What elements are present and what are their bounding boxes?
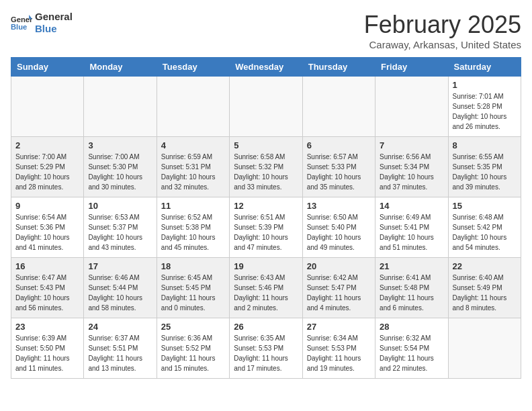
calendar-cell: 13Sunrise: 6:50 AM Sunset: 5:40 PM Dayli…: [302, 197, 375, 258]
day-number: 19: [234, 261, 298, 271]
day-number: 13: [307, 201, 371, 211]
month-title: February 2025: [364, 11, 521, 39]
calendar-cell: 27Sunrise: 6:34 AM Sunset: 5:53 PM Dayli…: [302, 318, 375, 379]
day-info: Sunrise: 6:48 AM Sunset: 5:42 PM Dayligh…: [453, 212, 517, 253]
day-number: 5: [234, 140, 298, 150]
calendar-cell: 25Sunrise: 6:36 AM Sunset: 5:52 PM Dayli…: [157, 318, 229, 379]
day-info: Sunrise: 6:50 AM Sunset: 5:40 PM Dayligh…: [307, 212, 371, 253]
calendar-cell: 28Sunrise: 6:32 AM Sunset: 5:54 PM Dayli…: [375, 318, 448, 379]
day-number: 16: [15, 261, 79, 271]
day-info: Sunrise: 7:00 AM Sunset: 5:30 PM Dayligh…: [88, 152, 152, 192]
calendar-cell: 11Sunrise: 6:52 AM Sunset: 5:38 PM Dayli…: [157, 197, 229, 258]
calendar-cell: 3Sunrise: 7:00 AM Sunset: 5:30 PM Daylig…: [84, 137, 157, 197]
calendar-header-row: SundayMondayTuesdayWednesdayThursdayFrid…: [11, 58, 521, 77]
weekday-header-monday: Monday: [84, 58, 157, 77]
logo: General Blue General Blue: [11, 11, 73, 35]
day-info: Sunrise: 6:35 AM Sunset: 5:53 PM Dayligh…: [234, 333, 298, 373]
day-number: 23: [15, 322, 79, 332]
calendar-cell: 23Sunrise: 6:39 AM Sunset: 5:50 PM Dayli…: [11, 318, 84, 379]
calendar-cell: [84, 77, 157, 137]
day-number: 4: [161, 140, 225, 150]
day-number: 12: [234, 201, 298, 211]
day-info: Sunrise: 6:47 AM Sunset: 5:43 PM Dayligh…: [15, 273, 79, 313]
svg-text:Blue: Blue: [11, 23, 27, 31]
day-number: 15: [453, 201, 517, 211]
day-info: Sunrise: 7:01 AM Sunset: 5:28 PM Dayligh…: [453, 91, 517, 132]
day-number: 6: [307, 140, 371, 150]
calendar-cell: [157, 77, 229, 137]
day-info: Sunrise: 6:54 AM Sunset: 5:36 PM Dayligh…: [15, 212, 79, 253]
weekday-header-saturday: Saturday: [448, 58, 521, 77]
calendar-table: SundayMondayTuesdayWednesdayThursdayFrid…: [11, 57, 521, 379]
calendar-cell: 6Sunrise: 6:57 AM Sunset: 5:33 PM Daylig…: [302, 137, 375, 197]
day-number: 18: [161, 261, 225, 271]
day-info: Sunrise: 6:46 AM Sunset: 5:44 PM Dayligh…: [88, 273, 152, 313]
day-number: 17: [88, 261, 152, 271]
day-info: Sunrise: 6:40 AM Sunset: 5:49 PM Dayligh…: [453, 273, 517, 313]
calendar-cell: 21Sunrise: 6:41 AM Sunset: 5:48 PM Dayli…: [375, 258, 448, 318]
weekday-header-wednesday: Wednesday: [230, 58, 302, 77]
day-info: Sunrise: 6:32 AM Sunset: 5:54 PM Dayligh…: [380, 333, 443, 373]
day-number: 11: [161, 201, 225, 211]
calendar-cell: 1Sunrise: 7:01 AM Sunset: 5:28 PM Daylig…: [448, 77, 521, 137]
day-number: 7: [380, 140, 443, 150]
calendar-cell: 24Sunrise: 6:37 AM Sunset: 5:51 PM Dayli…: [84, 318, 157, 379]
day-info: Sunrise: 6:55 AM Sunset: 5:35 PM Dayligh…: [453, 152, 517, 192]
calendar-week-2: 2Sunrise: 7:00 AM Sunset: 5:29 PM Daylig…: [11, 137, 521, 197]
calendar-week-5: 23Sunrise: 6:39 AM Sunset: 5:50 PM Dayli…: [11, 318, 521, 379]
day-info: Sunrise: 6:43 AM Sunset: 5:46 PM Dayligh…: [234, 273, 298, 313]
calendar-cell: 4Sunrise: 6:59 AM Sunset: 5:31 PM Daylig…: [157, 137, 229, 197]
calendar-cell: [230, 77, 302, 137]
day-info: Sunrise: 6:42 AM Sunset: 5:47 PM Dayligh…: [307, 273, 371, 313]
day-info: Sunrise: 6:56 AM Sunset: 5:34 PM Dayligh…: [380, 152, 443, 192]
weekday-header-tuesday: Tuesday: [157, 58, 229, 77]
calendar-cell: 19Sunrise: 6:43 AM Sunset: 5:46 PM Dayli…: [230, 258, 302, 318]
day-number: 9: [15, 201, 79, 211]
calendar-cell: 12Sunrise: 6:51 AM Sunset: 5:39 PM Dayli…: [230, 197, 302, 258]
calendar-cell: 10Sunrise: 6:53 AM Sunset: 5:37 PM Dayli…: [84, 197, 157, 258]
calendar-week-3: 9Sunrise: 6:54 AM Sunset: 5:36 PM Daylig…: [11, 197, 521, 258]
weekday-header-thursday: Thursday: [302, 58, 375, 77]
day-number: 3: [88, 140, 152, 150]
calendar-cell: 17Sunrise: 6:46 AM Sunset: 5:44 PM Dayli…: [84, 258, 157, 318]
day-info: Sunrise: 6:58 AM Sunset: 5:32 PM Dayligh…: [234, 152, 298, 192]
calendar-cell: 8Sunrise: 6:55 AM Sunset: 5:35 PM Daylig…: [448, 137, 521, 197]
day-number: 26: [234, 322, 298, 332]
calendar-cell: 2Sunrise: 7:00 AM Sunset: 5:29 PM Daylig…: [11, 137, 84, 197]
day-info: Sunrise: 6:59 AM Sunset: 5:31 PM Dayligh…: [161, 152, 225, 192]
location-subtitle: Caraway, Arkansas, United States: [364, 39, 521, 50]
day-info: Sunrise: 6:39 AM Sunset: 5:50 PM Dayligh…: [15, 333, 79, 373]
calendar-cell: 7Sunrise: 6:56 AM Sunset: 5:34 PM Daylig…: [375, 137, 448, 197]
day-info: Sunrise: 6:45 AM Sunset: 5:45 PM Dayligh…: [161, 273, 225, 313]
calendar-week-4: 16Sunrise: 6:47 AM Sunset: 5:43 PM Dayli…: [11, 258, 521, 318]
day-number: 2: [15, 140, 79, 150]
page-header: General Blue General Blue February 2025 …: [11, 11, 521, 50]
calendar-cell: 14Sunrise: 6:49 AM Sunset: 5:41 PM Dayli…: [375, 197, 448, 258]
calendar-cell: [11, 77, 84, 137]
title-block: February 2025 Caraway, Arkansas, United …: [364, 11, 521, 50]
day-info: Sunrise: 6:41 AM Sunset: 5:48 PM Dayligh…: [380, 273, 443, 313]
day-info: Sunrise: 7:00 AM Sunset: 5:29 PM Dayligh…: [15, 152, 79, 192]
calendar-week-1: 1Sunrise: 7:01 AM Sunset: 5:28 PM Daylig…: [11, 77, 521, 137]
day-number: 25: [161, 322, 225, 332]
day-info: Sunrise: 6:53 AM Sunset: 5:37 PM Dayligh…: [88, 212, 152, 253]
weekday-header-sunday: Sunday: [11, 58, 84, 77]
day-number: 28: [380, 322, 443, 332]
day-number: 27: [307, 322, 371, 332]
day-info: Sunrise: 6:34 AM Sunset: 5:53 PM Dayligh…: [307, 333, 371, 373]
logo-icon: General Blue: [11, 13, 32, 32]
calendar-cell: 15Sunrise: 6:48 AM Sunset: 5:42 PM Dayli…: [448, 197, 521, 258]
logo-line2: Blue: [35, 23, 73, 35]
day-info: Sunrise: 6:36 AM Sunset: 5:52 PM Dayligh…: [161, 333, 225, 373]
day-number: 21: [380, 261, 443, 271]
calendar-cell: 16Sunrise: 6:47 AM Sunset: 5:43 PM Dayli…: [11, 258, 84, 318]
day-number: 1: [453, 80, 517, 90]
day-info: Sunrise: 6:52 AM Sunset: 5:38 PM Dayligh…: [161, 212, 225, 253]
day-number: 20: [307, 261, 371, 271]
calendar-cell: 20Sunrise: 6:42 AM Sunset: 5:47 PM Dayli…: [302, 258, 375, 318]
calendar-cell: 22Sunrise: 6:40 AM Sunset: 5:49 PM Dayli…: [448, 258, 521, 318]
day-number: 24: [88, 322, 152, 332]
calendar-cell: 18Sunrise: 6:45 AM Sunset: 5:45 PM Dayli…: [157, 258, 229, 318]
day-info: Sunrise: 6:51 AM Sunset: 5:39 PM Dayligh…: [234, 212, 298, 253]
calendar-cell: 26Sunrise: 6:35 AM Sunset: 5:53 PM Dayli…: [230, 318, 302, 379]
